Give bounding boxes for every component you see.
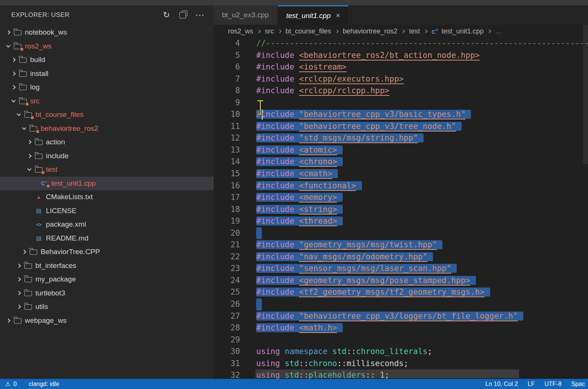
code-line-28[interactable]: 28#include <math.h> (214, 322, 588, 334)
code-line-4[interactable]: 4//-------------------------------------… (214, 38, 588, 50)
code-line-9[interactable]: 9 (214, 97, 588, 109)
tree-item-include[interactable]: include (0, 149, 214, 163)
horizontal-scrollbar[interactable] (255, 369, 519, 378)
chevron-down-icon[interactable] (5, 45, 12, 47)
chevron-right-icon[interactable] (10, 72, 17, 75)
tree-item-action[interactable]: action (0, 135, 214, 149)
line-number: 9 (214, 97, 240, 109)
chevron-right-icon[interactable] (10, 58, 17, 61)
chevron-right-icon[interactable] (15, 264, 23, 267)
tree-item-my_package[interactable]: my_package (0, 272, 214, 286)
tab-test_unit1.cpp[interactable]: test_unit1.cpp× (278, 5, 348, 25)
code-line-18[interactable]: 18#include <string> (214, 204, 588, 216)
tree-item-bt_course_files[interactable]: bt_course_files (0, 108, 214, 122)
chevron-right-icon[interactable] (15, 305, 23, 308)
git-modified-badge (20, 47, 24, 51)
breadcrumb-item[interactable]: behaviortree_ros2 (343, 27, 397, 35)
line-number: 24 (214, 275, 240, 287)
line-content: //--------------------------------------… (256, 38, 588, 50)
code-line-16[interactable]: 16#include <functional> (214, 180, 588, 192)
chevron-right-icon[interactable] (20, 250, 28, 253)
code-line-24[interactable]: 24#include <geometry_msgs/msg/pose_stamp… (214, 275, 588, 287)
tree-item-ros2_ws[interactable]: ros2_ws (0, 39, 214, 53)
tree-item-LICENSE[interactable]: ▤LICENSE (0, 204, 214, 218)
encoding[interactable]: UTF-8 (544, 381, 561, 387)
tree-item-test[interactable]: test (0, 163, 214, 177)
chevron-right-icon[interactable] (15, 292, 23, 295)
tree-item-README.md[interactable]: ▤README.md (0, 232, 214, 245)
code-line-20[interactable]: 20 (214, 227, 588, 239)
tree-item-CMakeLists.txt[interactable]: ▲CMakeLists.txt (0, 190, 214, 204)
vertical-scrollbar[interactable] (583, 25, 588, 164)
code-line-15[interactable]: 15#include <cmath> (214, 168, 588, 180)
selection-highlight: #include <atomic> (256, 145, 343, 154)
close-tab-icon[interactable]: × (336, 12, 340, 20)
explorer-header: EXPLORER: USER ↻ ⋯ (0, 5, 214, 25)
breadcrumb-item[interactable]: bt_course_files (286, 27, 331, 35)
code-line-11[interactable]: 11#include "behaviortree_cpp_v3/tree_nod… (214, 121, 588, 133)
breadcrumb-item[interactable]: test_unit1.cpp (441, 27, 483, 35)
tree-item-bt_interfaces[interactable]: bt_interfaces (0, 259, 214, 273)
breadcrumb-item[interactable]: src (265, 27, 274, 35)
code-line-10[interactable]: 10#include "behaviortree_cpp_v3/basic_ty… (214, 109, 588, 121)
code-line-21[interactable]: 21#include "geometry_msgs/msg/twist.hpp" (214, 239, 588, 251)
code-editor[interactable]: 4//-------------------------------------… (214, 38, 588, 379)
folder-icon (23, 276, 33, 282)
warning-icon[interactable]: ⚠ (5, 381, 10, 387)
chevron-down-icon[interactable] (15, 114, 23, 115)
breadcrumb-item[interactable]: test (409, 27, 420, 35)
tree-item-BehaviorTree.CPP[interactable]: BehaviorTree.CPP (0, 245, 214, 259)
chevron-right-icon[interactable] (26, 141, 33, 144)
collapse-folders-icon[interactable] (180, 12, 185, 18)
refresh-explorer-icon[interactable]: ↻ (163, 11, 170, 19)
problems-count[interactable]: 0 (13, 381, 17, 387)
code-line-7[interactable]: 7#include <rclcpp/executors.hpp> (214, 73, 588, 85)
code-line-27[interactable]: 27#include "behaviortree_cpp_v3/loggers/… (214, 310, 588, 322)
tree-item-package.xml[interactable]: <>package.xml (0, 218, 214, 232)
chevron-right-icon[interactable] (5, 319, 12, 322)
tree-item-webpage_ws[interactable]: webpage_ws (0, 314, 214, 328)
code-line-17[interactable]: 17#include <memory> (214, 192, 588, 204)
chevron-right-icon[interactable] (26, 154, 33, 157)
breadcrumb-separator-icon (257, 29, 261, 33)
clangd-status[interactable]: clangd: idle (29, 381, 59, 387)
breadcrumb-item[interactable]: ros2_ws (228, 27, 253, 35)
file-tree: notebook_wsros2_wsbuildinstalllogsrcbt_c… (0, 25, 214, 327)
eol-sequence[interactable]: LF (528, 381, 535, 387)
tree-item-turtlebot3[interactable]: turtlebot3 (0, 286, 214, 300)
tree-item-test_unit1.cpp[interactable]: C+test_unit1.cpp (0, 177, 214, 191)
code-line-30[interactable]: 30using namespace std::chrono_literals; (214, 346, 588, 358)
code-line-26[interactable]: 26 (214, 298, 588, 310)
tree-item-install[interactable]: install (0, 67, 214, 81)
code-line-14[interactable]: 14#include <chrono> (214, 156, 588, 168)
code-line-25[interactable]: 25#include <tf2_geometry_msgs/tf2_geomet… (214, 286, 588, 298)
tab-bt_u2_ex3.cpp[interactable]: bt_u2_ex3.cpp (214, 5, 277, 25)
chevron-down-icon[interactable] (26, 169, 33, 170)
status-bar: ⚠ 0 clangd: idle Ln 10, Col 2LFUTF-8Spac (0, 379, 588, 389)
chevron-down-icon[interactable] (20, 128, 28, 129)
code-line-23[interactable]: 23#include "sensor_msgs/msg/laser_scan.h… (214, 263, 588, 275)
tree-item-build[interactable]: build (0, 53, 214, 67)
tree-item-utils[interactable]: utils (0, 300, 214, 314)
code-line-29[interactable]: 29 (214, 334, 588, 346)
chevron-right-icon[interactable] (15, 278, 23, 281)
code-line-8[interactable]: 8#include <rclcpp/rclcpp.hpp> (214, 85, 588, 97)
code-line-31[interactable]: 31using std::chrono::milliseconds; (214, 358, 588, 370)
code-line-19[interactable]: 19#include <thread> (214, 215, 588, 227)
code-line-22[interactable]: 22#include "nav_msgs/msg/odometry.hpp" (214, 251, 588, 263)
tree-item-notebook_ws[interactable]: notebook_ws (0, 26, 214, 39)
chevron-right-icon[interactable] (5, 31, 12, 34)
tree-item-src[interactable]: src (0, 94, 214, 108)
indentation[interactable]: Spac (571, 381, 585, 387)
line-content: #include <geometry_msgs/msg/pose_stamped… (256, 275, 476, 287)
code-line-13[interactable]: 13#include <atomic> (214, 144, 588, 156)
chevron-right-icon[interactable] (10, 86, 17, 89)
breadcrumb-item[interactable]: ... (495, 27, 501, 35)
tree-item-behaviortree_ros2[interactable]: behaviortree_ros2 (0, 122, 214, 136)
chevron-down-icon[interactable] (10, 100, 17, 102)
cursor-position[interactable]: Ln 10, Col 2 (485, 381, 518, 387)
code-line-5[interactable]: 5#include <behaviortree_ros2/bt_action_n… (214, 50, 588, 62)
code-line-6[interactable]: 6#include <iostream> (214, 61, 588, 73)
tree-item-log[interactable]: log (0, 80, 214, 94)
code-line-12[interactable]: 12#include "std_msgs/msg/string.hpp" (214, 132, 588, 144)
